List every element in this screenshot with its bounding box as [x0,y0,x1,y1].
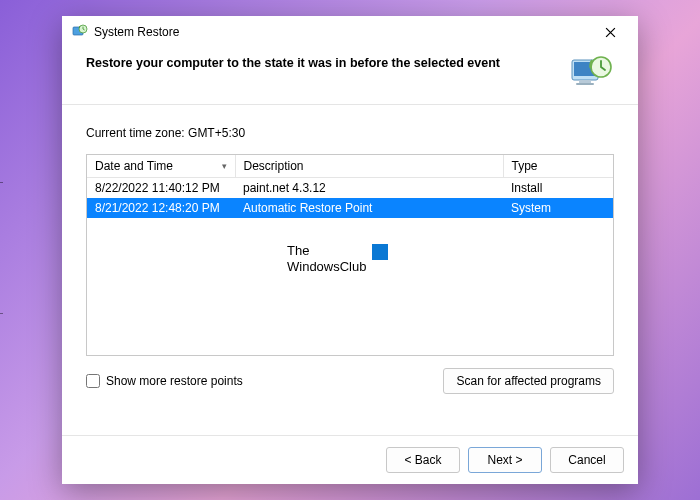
restore-monitor-icon [570,54,614,94]
next-button[interactable]: Next > [468,447,542,473]
header-heading: Restore your computer to the state it wa… [86,54,558,70]
cell-type: System [503,198,613,218]
sort-indicator-icon: ▾ [222,161,227,171]
back-button[interactable]: < Back [386,447,460,473]
cell-description: Automatic Restore Point [235,198,503,218]
cancel-button[interactable]: Cancel [550,447,624,473]
restore-points-table[interactable]: Date and Time ▾ Description Type 8/22/20… [86,154,614,356]
svg-rect-4 [579,80,591,83]
close-button[interactable] [590,18,630,46]
footer: < Back Next > Cancel [62,435,638,484]
watermark-text: The WindowsClub [287,243,366,276]
timezone-label: Current time zone: GMT+5:30 [86,126,614,140]
cell-datetime: 8/22/2022 11:40:12 PM [87,178,235,199]
svg-rect-5 [576,83,594,85]
background-edge [0,182,3,314]
column-type[interactable]: Type [503,155,613,178]
column-datetime-label: Date and Time [95,159,173,173]
system-restore-window: System Restore Restore your computer to … [62,16,638,484]
watermark-logo-icon [372,244,388,260]
table-header-row[interactable]: Date and Time ▾ Description Type [87,155,613,178]
column-datetime[interactable]: Date and Time ▾ [87,155,235,178]
cell-description: paint.net 4.3.12 [235,178,503,199]
lower-controls: Show more restore points Scan for affect… [86,368,614,394]
show-more-label: Show more restore points [106,374,243,388]
header-region: Restore your computer to the state it wa… [62,48,638,104]
scan-affected-button[interactable]: Scan for affected programs [443,368,614,394]
cell-datetime: 8/21/2022 12:48:20 PM [87,198,235,218]
body-region: Current time zone: GMT+5:30 Date and Tim… [62,104,638,435]
window-title: System Restore [94,25,584,39]
show-more-checkbox-input[interactable] [86,374,100,388]
table-row[interactable]: 8/22/2022 11:40:12 PM paint.net 4.3.12 I… [87,178,613,199]
table-row[interactable]: 8/21/2022 12:48:20 PM Automatic Restore … [87,198,613,218]
cell-type: Install [503,178,613,199]
watermark: The WindowsClub [287,243,388,276]
titlebar: System Restore [62,16,638,48]
show-more-checkbox[interactable]: Show more restore points [86,374,243,388]
system-restore-icon [72,24,88,40]
column-description[interactable]: Description [235,155,503,178]
